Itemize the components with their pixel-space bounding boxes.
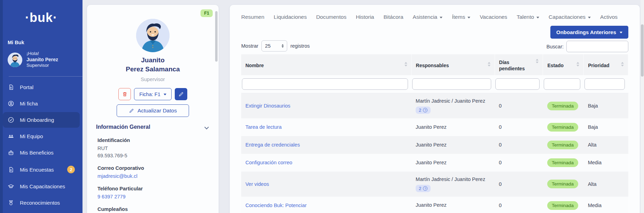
column-header-responsables[interactable]: Responsables <box>411 54 495 75</box>
main-card: Resumen Liquidaciones Documentos Histori… <box>230 5 640 213</box>
filter-input-dias[interactable] <box>495 78 540 90</box>
tab-label: Capacitaciones <box>549 14 586 20</box>
field-label: Teléfono Particular <box>97 186 210 191</box>
responsables-count-badge[interactable]: 2 <box>416 106 431 114</box>
ficha-chip: F1 <box>201 9 213 17</box>
ficha-dropdown-label: Ficha: F1 <box>139 92 160 97</box>
chevron-down-icon <box>536 17 539 18</box>
table-row: Ver videos Martín Jadresic / Juanito Per… <box>241 172 628 197</box>
task-link[interactable]: Conociendo Buk: Potenciar <box>245 203 307 208</box>
tab-documentos[interactable]: Documentos <box>316 14 346 20</box>
document-icon <box>8 84 14 90</box>
page-size-select[interactable]: 25 <box>261 40 287 52</box>
field-correo: Correo Corporativo mjadresic@buk.cl <box>96 165 210 180</box>
task-link[interactable]: Entrega de credenciales <box>245 142 300 148</box>
column-header-prioridad[interactable]: Prioridad <box>584 54 628 75</box>
tab-items[interactable]: Ítems <box>452 14 470 20</box>
field-value: 69.593.769-5 <box>97 152 210 159</box>
medal-icon <box>8 199 14 206</box>
sort-icon <box>576 61 579 66</box>
buk-logo: ·buk· <box>0 0 83 25</box>
tab-capacitaciones[interactable]: Capacitaciones <box>549 14 591 20</box>
onboardings-anteriores-button[interactable]: Onboardings Anteriores <box>550 26 628 39</box>
dias-pendientes-value: 0 <box>499 142 502 148</box>
team-icon <box>8 133 14 140</box>
tab-talento[interactable]: Talento <box>517 14 539 20</box>
tab-resumen[interactable]: Resumen <box>241 14 264 20</box>
filter-input-prioridad[interactable] <box>584 78 625 90</box>
sidebar-section-label: Mi Buk <box>0 40 83 45</box>
status-badge: Terminada <box>547 141 578 149</box>
sidebar-item-mis-beneficios[interactable]: Mis Beneficios <box>3 145 80 160</box>
sort-icon <box>488 61 490 66</box>
sidebar-item-label: Mi ficha <box>20 101 38 106</box>
ficha-dropdown-button[interactable]: Ficha: F1 <box>134 88 171 100</box>
tab-label: Historia <box>356 14 374 20</box>
tab-liquidaciones[interactable]: Liquidaciones <box>274 14 307 20</box>
chevron-down-icon <box>204 125 209 129</box>
chevron-down-icon <box>620 32 622 33</box>
task-link[interactable]: Tarea de lectura <box>245 124 282 130</box>
phone-link[interactable]: 9 6397 2779 <box>97 193 210 200</box>
task-link[interactable]: Configuración correo <box>245 160 292 165</box>
info-general-title: Información General <box>96 124 150 130</box>
column-header-nombre[interactable]: Nombre <box>241 54 411 75</box>
sort-icon <box>621 61 624 66</box>
status-badge: Terminada <box>547 201 578 210</box>
tab-label: Documentos <box>316 14 346 20</box>
profile-first-name: Juanito <box>96 56 210 65</box>
tab-label: Asistencia <box>413 14 438 20</box>
email-link[interactable]: mjadresic@buk.cl <box>97 173 210 180</box>
chevron-down-icon <box>164 94 166 95</box>
survey-document-icon <box>8 166 14 173</box>
tab-vacaciones[interactable]: Vacaciones <box>480 14 507 20</box>
graduation-cap-icon <box>8 183 14 190</box>
tab-historia[interactable]: Historia <box>356 14 374 20</box>
info-general-header[interactable]: Información General <box>96 124 210 132</box>
sidebar-item-mis-capacitaciones[interactable]: Mis Capacitaciones <box>3 179 80 194</box>
delete-button[interactable] <box>118 88 131 100</box>
page-scrollbar[interactable] <box>641 0 644 213</box>
task-link[interactable]: Ver videos <box>245 181 269 187</box>
tab-activos[interactable]: Activos <box>600 14 618 20</box>
benefits-box-icon <box>8 149 14 156</box>
column-header-dias-pendientes[interactable]: Días pendientes <box>495 54 543 75</box>
chevron-down-icon <box>588 17 591 18</box>
responsables-count-badge[interactable]: 2 <box>416 185 431 192</box>
sidebar-item-mi-onboarding[interactable]: Mi Onboarding <box>3 112 80 128</box>
table-row: Entrega de credenciales Juanito Perez 0 … <box>241 136 628 154</box>
filter-input-responsables[interactable] <box>412 78 491 90</box>
update-data-button[interactable]: Actualizar Datos <box>117 104 189 117</box>
sidebar-item-reconocimientos[interactable]: Reconocimientos <box>3 195 80 211</box>
sidebar-item-mis-encuestas[interactable]: Mis Encuestas 2 <box>3 161 80 178</box>
filter-input-estado[interactable] <box>544 78 580 90</box>
column-header-estado[interactable]: Estado <box>543 54 584 75</box>
table-row: Conociendo Buk: Potenciar Juanito Perez … <box>241 197 628 213</box>
filter-input-nombre[interactable] <box>242 78 408 90</box>
chevron-down-icon <box>468 17 470 18</box>
search-input[interactable] <box>566 41 628 52</box>
profile-card-scrollbar[interactable] <box>215 11 218 62</box>
sidebar-item-mi-equipo[interactable]: Mi Equipo <box>3 128 80 144</box>
table-filter-row <box>241 75 628 93</box>
responsables-names: Juanito Perez <box>416 202 490 209</box>
sidebar-item-mi-ficha[interactable]: Mi ficha <box>3 96 80 111</box>
table-row: Configuración correo Juanito Perez 0 Ter… <box>241 154 628 172</box>
dias-pendientes-value: 0 <box>499 124 502 130</box>
tab-bitacora[interactable]: Bitácora <box>384 14 403 20</box>
column-label: Días pendientes <box>499 58 533 72</box>
tab-asistencia[interactable]: Asistencia <box>413 14 443 20</box>
sidebar-item-label: Mis Capacitaciones <box>20 183 65 189</box>
edit-button[interactable] <box>175 88 187 100</box>
field-value: RUT <box>97 145 210 152</box>
sidebar-divider <box>9 76 83 77</box>
sidebar-item-portal[interactable]: Portal <box>3 79 80 95</box>
prioridad-value: Alta <box>588 181 597 187</box>
column-label: Responsables <box>416 61 449 69</box>
prioridad-value: Media <box>588 203 602 208</box>
sidebar-user-card[interactable]: ¡Hola! Juanito Perez Supervisor <box>0 45 83 72</box>
sidebar-user-name: Juanito Perez <box>26 57 58 63</box>
column-label: Prioridad <box>588 61 609 69</box>
page-scrollbar-thumb[interactable] <box>641 24 644 77</box>
task-link[interactable]: Extingir Dinosaurios <box>245 103 290 109</box>
